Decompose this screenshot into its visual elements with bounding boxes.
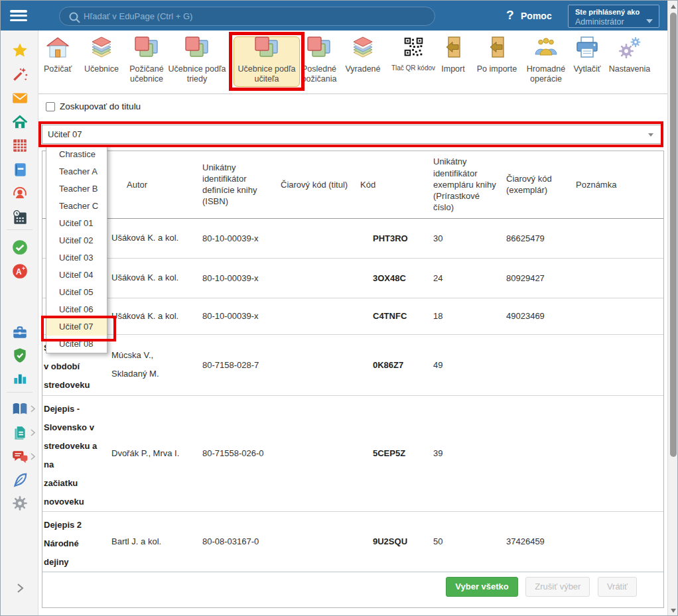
- chevron-down-icon: [646, 19, 653, 23]
- dropdown-option[interactable]: Teacher A: [46, 163, 107, 180]
- toolbar-button-hromadne-operacie[interactable]: Hromadné operácie: [519, 35, 573, 84]
- dropdown-option-selected[interactable]: Učiteľ 07: [46, 318, 107, 336]
- sidebar-item-timetable[interactable]: [1, 135, 38, 155]
- logged-in-label: Ste prihlásený ako: [575, 8, 640, 16]
- scroll-down-button[interactable]: [668, 605, 678, 616]
- vertical-scrollbar[interactable]: [667, 1, 678, 616]
- scrollbar-thumb[interactable]: [670, 13, 677, 457]
- table-row[interactable]: Dejepis 2 Národné dejiny Bartl J. a kol.…: [42, 511, 663, 572]
- toolbar-button-pozicat[interactable]: Požičať: [38, 35, 78, 74]
- question-mark-icon: ?: [506, 8, 514, 23]
- sidebar-item-favorites[interactable]: [1, 40, 38, 60]
- import-arrow-icon: [435, 35, 472, 63]
- dropdown-option[interactable]: Učiteľ 02: [46, 232, 107, 249]
- gear-icon: [11, 495, 29, 512]
- toolbar-button-vyradene[interactable]: Vyradené: [341, 35, 385, 74]
- dropdown-option[interactable]: Učiteľ 05: [46, 284, 107, 301]
- sidebar-item-calendar[interactable]: [1, 208, 38, 227]
- teacher-select[interactable]: Učiteľ 07: [42, 125, 662, 144]
- col-header-autor: Autor: [109, 151, 200, 218]
- sidebar-item-home[interactable]: [1, 112, 38, 132]
- search-placeholder: Hľadať v EduPage (Ctrl + G): [84, 11, 192, 21]
- dropdown-option[interactable]: Teacher C: [46, 198, 107, 215]
- magic-wand-icon: [11, 66, 29, 83]
- toolbar-button-import[interactable]: Import: [435, 35, 472, 74]
- sidebar-item-profile[interactable]: [1, 184, 38, 204]
- dropdown-option[interactable]: Učiteľ 04: [46, 267, 107, 284]
- select-all-button[interactable]: Vyber všetko: [446, 577, 517, 597]
- sidebar-item-briefcase[interactable]: [1, 322, 38, 342]
- sidebar-item-security[interactable]: [1, 345, 38, 365]
- sidebar-item-attendance[interactable]: [1, 237, 38, 257]
- overlapping-squares-icon: [295, 35, 343, 63]
- sidebar-item-settings[interactable]: [1, 493, 38, 513]
- import-arrow-icon: [470, 35, 523, 63]
- sidebar-item-wizard[interactable]: [1, 64, 38, 84]
- group-by-title-checkbox[interactable]: [46, 102, 55, 111]
- sidebar-item-messages[interactable]: [1, 88, 38, 108]
- table-row[interactable]: Ušáková K. a kol. 80-10-00039-x PHT3RO 3…: [42, 218, 663, 258]
- overlapping-squares-icon: [234, 35, 299, 63]
- books-table: Autor Unikátny identifikátor definície k…: [42, 151, 663, 572]
- clear-selection-button[interactable]: Zrušiť výber: [525, 577, 590, 597]
- table-row[interactable]: Ušáková K. a kol. 80-10-00039-x C4TNFC 1…: [42, 298, 663, 334]
- sidebar-item-communication[interactable]: [1, 447, 38, 467]
- toolbar-button-vytlacit[interactable]: Vytlačiť: [567, 35, 607, 74]
- quill-pen-icon: [11, 471, 29, 489]
- book-stack-icon: [341, 35, 385, 63]
- toolbar-button-ucebnice-podla-triedy[interactable]: Učebnice podľa triedy: [164, 35, 230, 84]
- documents-icon: [11, 424, 29, 442]
- dropdown-option[interactable]: Učiteľ 03: [46, 249, 107, 267]
- search-input[interactable]: Hľadať v EduPage (Ctrl + G): [59, 7, 435, 26]
- notebook-icon: [11, 161, 29, 178]
- help-label: Pomoc: [521, 11, 552, 21]
- edupage-window: Hľadať v EduPage (Ctrl + G) ? Pomoc Ste …: [0, 0, 678, 616]
- dropdown-option[interactable]: Učiteľ 01: [46, 215, 107, 232]
- group-by-title-label: Zoskupovať do titulu: [60, 101, 141, 111]
- mail-icon: [11, 90, 29, 107]
- col-header-isbn: Unikátny identifikátor definície knihy (…: [200, 151, 279, 218]
- sidebar-expand-button[interactable]: [1, 578, 38, 598]
- briefcase-icon: [11, 324, 29, 341]
- sidebar-item-writing[interactable]: [1, 470, 38, 490]
- calendar-clock-icon: [11, 209, 29, 226]
- user-menu[interactable]: Ste prihlásený ako Administrátor: [568, 5, 659, 28]
- search-icon: [68, 11, 82, 25]
- toolbar-button-ucebnice-podla-ucitela[interactable]: Učebnice podľa učiteľa: [234, 35, 299, 84]
- dropdown-option[interactable]: Teacher B: [46, 180, 107, 198]
- toolbar-button-ucebnice[interactable]: Učebnice: [78, 35, 125, 74]
- grid-icon: [11, 137, 29, 154]
- col-header-ciarovy-kod-exemplar: Čiarový kód (exemplár): [504, 151, 574, 218]
- chevron-right-icon: [31, 453, 35, 460]
- sidebar-item-classbook[interactable]: [1, 160, 38, 180]
- chevron-right-icon: [31, 405, 35, 412]
- table-row[interactable]: Slovensko a v období stredoveku Múcska V…: [42, 334, 663, 395]
- return-button[interactable]: Vrátiť: [598, 577, 637, 597]
- dropdown-option[interactable]: Učiteľ 08: [46, 336, 107, 353]
- col-header-ciarovy-kod-titul: Čiarový kód (titul): [279, 151, 358, 218]
- table-row[interactable]: Ušáková K. a kol. 80-10-00039-x 3OX48C 2…: [42, 258, 663, 298]
- col-header-poznamka: Poznámka: [574, 151, 663, 218]
- check-circle-icon: [11, 239, 29, 256]
- qr-code-icon: [385, 35, 442, 63]
- dropdown-option[interactable]: Chrastice: [46, 146, 107, 163]
- sidebar-item-library[interactable]: [1, 399, 38, 419]
- dropdown-option[interactable]: Učiteľ 06: [46, 301, 107, 318]
- bar-chart-icon: [11, 369, 29, 387]
- sidebar-item-documents[interactable]: [1, 423, 38, 443]
- lend-house-icon: [38, 35, 78, 63]
- hamburger-menu-icon[interactable]: [10, 8, 30, 24]
- toolbar-button-tlac-qr-kodov[interactable]: Tlač QR kódov: [385, 35, 442, 72]
- home-icon: [11, 113, 29, 131]
- people-group-icon: [519, 35, 573, 63]
- book-stack-icon: [78, 35, 125, 63]
- scroll-up-button[interactable]: [668, 1, 678, 12]
- table-row[interactable]: Dejepis - Slovensko v stredoveku a na za…: [42, 395, 663, 511]
- toolbar-button-posledne-pozicania[interactable]: Posledné požičania: [295, 35, 343, 84]
- main-content: Zoskupovať do titulu Učiteľ 07 Autor Uni…: [38, 94, 667, 616]
- toolbar-button-po-importe[interactable]: Po importe: [470, 35, 523, 74]
- toolbar-button-nastavenia[interactable]: Nastavenia: [605, 35, 654, 74]
- sidebar-item-statistics[interactable]: [1, 368, 38, 388]
- shield-check-icon: [11, 347, 29, 364]
- sidebar-item-grades[interactable]: A+: [1, 261, 38, 281]
